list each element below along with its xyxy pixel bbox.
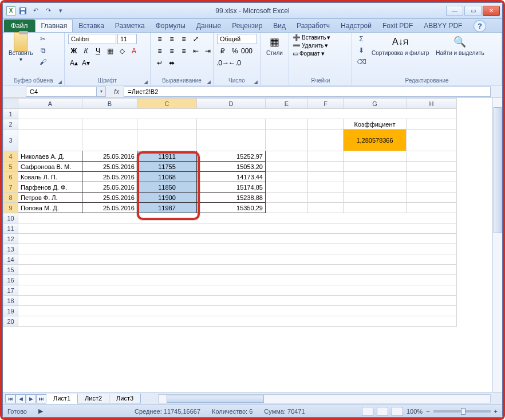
table-cell[interactable]: 25.05.2016: [82, 151, 137, 162]
align-mid-icon[interactable]: ≡: [166, 34, 177, 44]
table-cell[interactable]: 11987: [137, 203, 197, 213]
sort-filter-button[interactable]: A↓ЯСортировка и фильтр: [369, 34, 431, 57]
row-header[interactable]: 3: [3, 129, 18, 151]
grow-font-button[interactable]: A▴: [68, 58, 80, 68]
number-format-combo[interactable]: Общий: [217, 34, 257, 44]
row-header[interactable]: 2: [3, 119, 18, 129]
row-header[interactable]: 1: [3, 109, 18, 119]
table-cell[interactable]: Петров Ф. Л.: [18, 193, 82, 203]
view-layout-button[interactable]: [377, 407, 388, 416]
table-cell[interactable]: 11068: [137, 172, 197, 182]
table-cell[interactable]: 25.05.2016: [82, 203, 137, 213]
zoom-slider-thumb[interactable]: [461, 408, 465, 415]
coef-value-cell[interactable]: 1,280578366: [344, 129, 407, 151]
bold-button[interactable]: Ж: [68, 46, 80, 56]
table-header[interactable]: Имя: [18, 129, 82, 151]
tab-formulas[interactable]: Формулы: [151, 19, 191, 32]
tab-data[interactable]: Данные: [191, 19, 226, 32]
qat-redo-icon[interactable]: ↷: [43, 6, 53, 15]
qat-save-icon[interactable]: [18, 6, 28, 15]
table-cell[interactable]: 15350,29: [197, 203, 266, 213]
merge-icon[interactable]: ⬌: [166, 58, 177, 68]
row-header[interactable]: 9: [3, 203, 18, 213]
row-header[interactable]: 12: [3, 234, 18, 244]
fill-color-button[interactable]: ◇: [116, 46, 128, 56]
table-cell[interactable]: Коваль Л. П.: [18, 172, 82, 182]
clear-icon[interactable]: ⌫: [356, 57, 367, 67]
autosum-icon[interactable]: Σ: [356, 34, 367, 44]
sheet-nav-next[interactable]: ▶: [26, 394, 36, 403]
border-button[interactable]: ▦: [104, 46, 116, 56]
table-cell[interactable]: 14173,44: [197, 172, 266, 182]
dec-decimal-icon[interactable]: ←.0: [229, 58, 240, 68]
zoom-level[interactable]: 100%: [407, 408, 423, 415]
currency-icon[interactable]: ₽: [217, 46, 228, 56]
zoom-slider[interactable]: [433, 410, 491, 413]
styles-button[interactable]: ▦Стили: [264, 34, 285, 57]
col-header[interactable]: H: [407, 99, 457, 109]
col-header[interactable]: C: [137, 99, 197, 109]
sheet-tab[interactable]: Лист2: [77, 394, 109, 403]
col-header[interactable]: F: [308, 99, 344, 109]
table-cell[interactable]: 11900: [137, 193, 197, 203]
tab-insert[interactable]: Вставка: [73, 19, 109, 32]
percent-icon[interactable]: %: [229, 46, 240, 56]
row-header[interactable]: 17: [3, 285, 18, 296]
tab-review[interactable]: Рецензир: [227, 19, 267, 32]
format-cells-icon[interactable]: ▭: [293, 50, 298, 57]
delete-cells-icon[interactable]: ➖: [293, 42, 301, 49]
row-header[interactable]: 15: [3, 265, 18, 275]
horizontal-scrollbar[interactable]: [158, 394, 491, 403]
row-header[interactable]: 18: [3, 296, 18, 306]
macro-record-icon[interactable]: ▶: [38, 407, 43, 415]
indent-inc-icon[interactable]: ⇥: [202, 46, 214, 56]
table-cell[interactable]: 15053,20: [197, 162, 266, 172]
close-button[interactable]: ✕: [483, 6, 500, 16]
table-cell[interactable]: 25.05.2016: [82, 193, 137, 203]
wrap-text-icon[interactable]: ↵: [154, 58, 165, 68]
row-header[interactable]: 19: [3, 306, 18, 316]
row-header[interactable]: 7: [3, 182, 18, 193]
qat-dropdown-icon[interactable]: ▾: [56, 6, 66, 15]
launcher-icon[interactable]: ◢: [254, 79, 258, 85]
fx-icon[interactable]: fx: [109, 88, 124, 96]
row-header[interactable]: 10: [3, 213, 18, 223]
sheet-tab[interactable]: Лист1: [46, 394, 78, 404]
copy-icon[interactable]: ⧉: [37, 45, 49, 56]
coef-label-cell[interactable]: Коэффициент: [344, 119, 407, 129]
row-header[interactable]: 16: [3, 275, 18, 285]
zoom-out-button[interactable]: −: [426, 408, 429, 415]
table-cell[interactable]: 11755: [137, 162, 197, 172]
name-box[interactable]: C4▾: [26, 87, 106, 97]
table-cell[interactable]: Парфенов Д. Ф.: [18, 182, 82, 193]
help-icon[interactable]: ?: [474, 20, 486, 32]
italic-button[interactable]: К: [80, 46, 92, 56]
maximize-button[interactable]: ▭: [464, 6, 482, 16]
col-header[interactable]: E: [266, 99, 308, 109]
format-painter-icon[interactable]: 🖌: [37, 57, 49, 67]
tab-abbyy[interactable]: ABBYY PDF: [419, 19, 467, 32]
align-top-icon[interactable]: ≡: [154, 34, 165, 44]
table-header[interactable]: Заработная плата: [197, 129, 266, 151]
tab-developer[interactable]: Разработч: [291, 19, 335, 32]
sheet-nav-prev[interactable]: ◀: [15, 394, 26, 403]
table-cell[interactable]: 15238,88: [197, 193, 266, 203]
tab-layout[interactable]: Разметка: [110, 19, 150, 32]
file-tab[interactable]: Файл: [4, 19, 35, 32]
zoom-in-button[interactable]: +: [494, 408, 498, 415]
table-cell[interactable]: 15174,85: [197, 182, 266, 193]
sheet-tab[interactable]: Лист3: [109, 394, 141, 403]
row-header[interactable]: 5: [3, 162, 18, 172]
table-cell[interactable]: 15252,97: [197, 151, 266, 162]
font-size-combo[interactable]: 11: [117, 34, 137, 44]
table-header[interactable]: Дата: [82, 129, 137, 151]
orientation-icon[interactable]: ⤢: [190, 34, 202, 44]
row-header[interactable]: 6: [3, 172, 18, 182]
table-cell[interactable]: 25.05.2016: [82, 172, 137, 182]
sheet-nav-first[interactable]: ⏮: [5, 394, 15, 403]
table-cell[interactable]: 11850: [137, 182, 197, 193]
row-header[interactable]: 13: [3, 244, 18, 254]
scrollbar-thumb[interactable]: [494, 107, 502, 233]
col-header[interactable]: G: [344, 99, 407, 109]
sheet-nav-last[interactable]: ⏭: [36, 394, 46, 403]
